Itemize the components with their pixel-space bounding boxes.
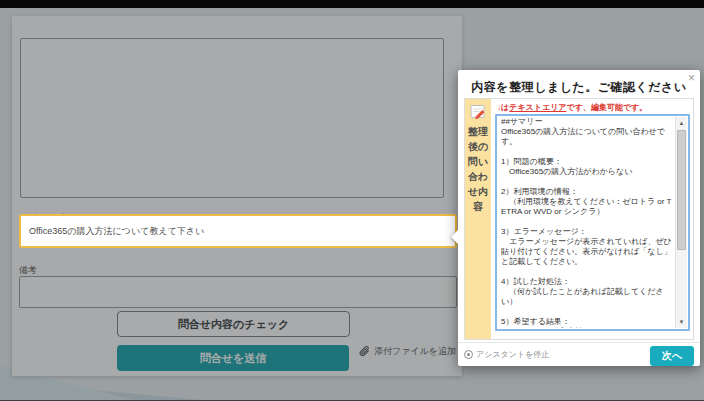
organized-inquiry-tab: 整理 後の 問い 合わ せ内 容 (465, 99, 491, 339)
organized-inquiry-textarea[interactable]: ##サマリー Office365の購入方法についての問い合わせです。 1）問題の… (495, 114, 690, 331)
organized-inquiry-text[interactable]: ##サマリー Office365の購入方法についての問い合わせです。 1）問題の… (501, 117, 673, 328)
note-underlined: テキストエリア (509, 103, 566, 112)
organized-inquiry-tab-label: 整理 後の 問い 合わ せ内 容 (468, 124, 488, 214)
dialog-callout-arrow (451, 230, 458, 244)
document-edit-icon (468, 103, 488, 121)
textarea-scrollbar[interactable]: ▲ ▼ (675, 117, 687, 328)
dialog-main-area: ↓はテキストエリアです、編集可能です。 ##サマリー Office365の購入方… (491, 99, 693, 339)
dialog-content-frame: 整理 後の 問い 合わ せ内 容 ↓はテキストエリアです、編集可能です。 ##サ… (464, 98, 694, 340)
dialog-title: 内容を整理しました。ご確認ください (458, 79, 700, 96)
note-prefix: ↓は (497, 103, 509, 112)
editable-note: ↓はテキストエリアです、編集可能です。 (497, 102, 647, 113)
stop-assistant-link[interactable]: アシスタントを停止 (464, 349, 549, 360)
dialog-footer-divider (458, 342, 700, 343)
stop-record-icon (464, 350, 473, 359)
scroll-up-icon[interactable]: ▲ (676, 117, 687, 129)
assistant-dialog: × 内容を整理しました。ご確認ください 整理 後の 問い 合わ せ内 容 ↓はテ… (458, 70, 700, 366)
scrollbar-thumb[interactable] (677, 130, 686, 250)
stop-assistant-label: アシスタントを停止 (476, 349, 549, 360)
next-button[interactable]: 次へ (650, 346, 694, 366)
note-suffix: です、編集可能です。 (567, 103, 648, 112)
screen: *問合せ内容 備考 問合せ内容のチェック 問合せを送信 添付ファイルを追加 × … (0, 0, 704, 401)
scroll-down-icon[interactable]: ▼ (676, 316, 687, 328)
top-black-strip (0, 0, 704, 8)
inquiry-content-input[interactable] (19, 214, 457, 248)
